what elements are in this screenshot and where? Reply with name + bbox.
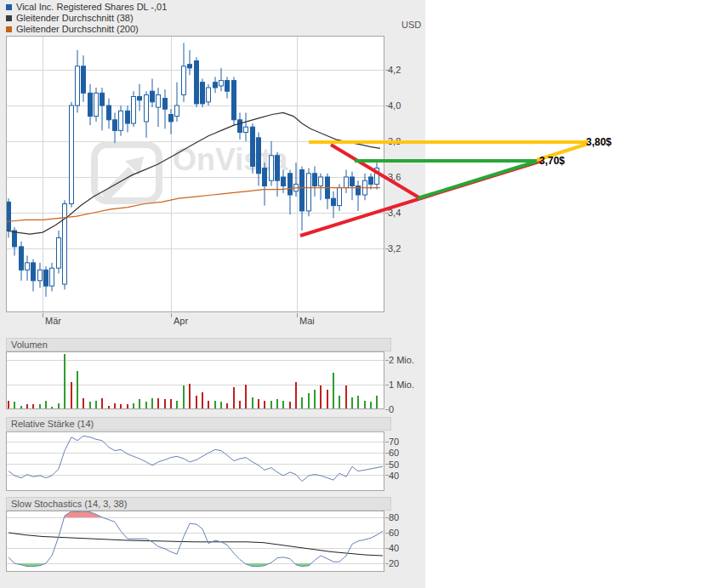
legend-swatch-ma200 <box>6 26 12 32</box>
axis-tick-label: 4,2 <box>388 65 401 75</box>
legend-item-ma200: Gleitender Durchschnitt (200) <box>6 24 167 35</box>
axis-tick-label: 60 <box>389 448 399 458</box>
axis-tick-label: 40 <box>389 543 399 553</box>
main-price-chart: OnVista <box>6 36 384 312</box>
currency-axis-label: USD <box>401 20 421 30</box>
axis-tick-label: 40 <box>389 471 399 481</box>
axis-tick-label: 50 <box>389 460 399 470</box>
axis-tick-label: 2 Mio. <box>389 355 414 365</box>
axis-tick-label: 3,4 <box>388 208 401 218</box>
axis-tick-label: 1 Mio. <box>389 380 414 390</box>
axis-tick-label: 4,0 <box>388 100 401 111</box>
rsi-panel-header: Relative Stärke (14) <box>6 417 391 431</box>
axis-tick-label: 0 <box>389 404 394 414</box>
stock-chart-page: Vical Inc. Registered Shares DL -,01 Gle… <box>0 0 723 588</box>
axis-tick-label: 70 <box>389 437 399 447</box>
rsi-panel-title: Relative Stärke (14) <box>11 419 94 429</box>
volume-panel-header: Volumen <box>6 338 391 351</box>
stochastics-panel <box>6 511 384 572</box>
axis-tick-label: Apr <box>174 316 188 326</box>
axis-tick-label: 60 <box>389 528 399 538</box>
volume-panel-title: Volumen <box>11 340 48 350</box>
legend-item-ma38: Gleitender Durchschnitt (38) <box>6 13 167 24</box>
price-target-label-380: 3,80$ <box>586 136 612 148</box>
legend-label-ma38: Gleitender Durchschnitt (38) <box>16 13 134 24</box>
axis-tick-label: Mai <box>299 316 315 326</box>
axis-tick-label: 20 <box>389 558 399 568</box>
price-target-label-370: 3,70$ <box>539 155 565 167</box>
stochastics-panel-title: Slow Stochastics (14, 3, 38) <box>11 499 127 509</box>
axis-tick-label: Mär <box>45 316 61 326</box>
stochastics-panel-header: Slow Stochastics (14, 3, 38) <box>6 497 391 511</box>
legend-item-instrument: Vical Inc. Registered Shares DL -,01 <box>6 2 167 13</box>
legend-label-ma200: Gleitender Durchschnitt (200) <box>16 24 139 35</box>
rsi-panel <box>6 431 384 491</box>
legend-label-instrument: Vical Inc. Registered Shares DL -,01 <box>16 2 167 13</box>
axis-tick-label: 80 <box>389 512 399 522</box>
axis-tick-label: 3,2 <box>388 243 401 254</box>
legend-swatch-ma38 <box>6 15 12 21</box>
chart-legend: Vical Inc. Registered Shares DL -,01 Gle… <box>6 2 167 35</box>
axis-tick-label: 3,6 <box>388 172 401 182</box>
volume-panel <box>6 351 384 409</box>
breakout-diagonal-green <box>418 161 538 198</box>
axis-tick-label: 3,8 <box>388 136 401 146</box>
legend-swatch-instrument <box>6 4 12 10</box>
